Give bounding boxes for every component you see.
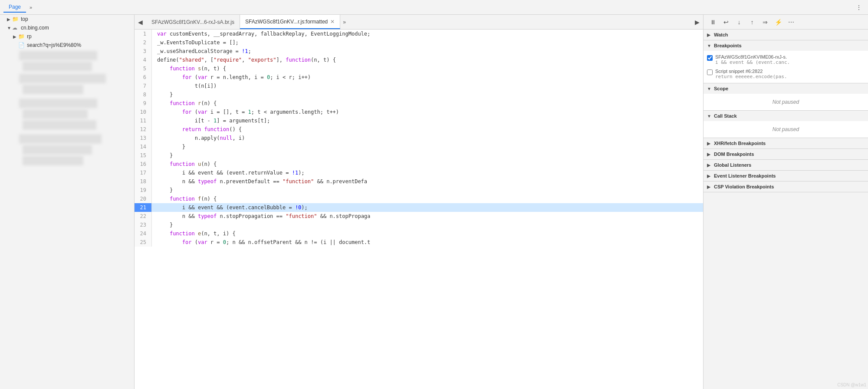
call-stack-header[interactable]: ▼ Call Stack (704, 111, 868, 121)
line-num-24[interactable]: 24 (135, 229, 152, 238)
call-stack-arrow: ▼ (707, 114, 712, 119)
csp-label: CSP Violation Breakpoints (714, 184, 774, 189)
breakpoints-content: SFAzWGSc8f1GnKVIME06-rxJ-s. i && event &… (704, 51, 868, 83)
line-num-5[interactable]: 5 (135, 64, 152, 73)
dom-label: DOM Breakpoints (714, 152, 754, 157)
tab-back-button[interactable]: ◀ (135, 19, 146, 26)
line-num-8[interactable]: 8 (135, 90, 152, 99)
watch-label: Watch (714, 32, 728, 37)
line-num-12[interactable]: 12 (135, 125, 152, 134)
tab-file2-close[interactable]: ✕ (330, 19, 335, 25)
line-num-23[interactable]: 23 (135, 221, 152, 229)
step-over-button[interactable]: ↩ (720, 16, 732, 28)
line-content-9: function r(n) { (152, 99, 703, 108)
deactivate-breakpoints-button[interactable]: ⚡ (772, 16, 784, 28)
line-num-22[interactable]: 22 (135, 212, 152, 221)
blurred-item-8 (19, 134, 102, 144)
code-container[interactable]: 1 var customEvents, __spreadArray, fallb… (135, 30, 703, 389)
top-toolbar: Page » ⋮ (0, 0, 868, 15)
tab-overflow-chevron[interactable]: » (340, 19, 349, 25)
call-stack-not-paused: Not paused (704, 123, 868, 136)
pause-button[interactable]: ⏸ (707, 16, 719, 28)
line-content-11: i[t - 1] = arguments[t]; (152, 116, 703, 125)
line-num-4[interactable]: 4 (135, 56, 152, 64)
code-line-4: 4 define("shared", ["require", "exports"… (135, 56, 703, 64)
code-line-21: 21 i && event && (event.cancelBubble = !… (135, 203, 703, 212)
line-num-11[interactable]: 11 (135, 116, 152, 125)
bp2-file: Script snippet #6:2822 (715, 69, 787, 74)
step-resume-button[interactable]: ⇒ (759, 16, 771, 28)
tab-file2[interactable]: SFAzWGSc8f1GnKV...r.js:formatted ✕ (240, 15, 340, 29)
breakpoint-item-2: Script snippet #6:2822 return eeeeee.enc… (704, 67, 868, 81)
line-num-16[interactable]: 16 (135, 160, 152, 168)
line-num-20[interactable]: 20 (135, 194, 152, 203)
line-num-17[interactable]: 17 (135, 168, 152, 177)
line-num-19[interactable]: 19 (135, 186, 152, 194)
line-content-20: function f(n) { (152, 194, 703, 203)
global-listeners-header[interactable]: ▶ Global Listeners (704, 160, 868, 170)
line-num-3[interactable]: 3 (135, 47, 152, 56)
csp-arrow: ▶ (707, 185, 712, 189)
line-num-6[interactable]: 6 (135, 73, 152, 82)
line-num-10[interactable]: 10 (135, 108, 152, 116)
tree-arrow-rp: ▶ (13, 34, 18, 39)
tab-chevron[interactable]: » (28, 4, 34, 11)
breakpoints-header[interactable]: ▼ Breakpoints (704, 40, 868, 51)
code-line-2: 2 _w.EventsToDuplicate = []; (135, 38, 703, 47)
folder-icon-rp: 📁 (18, 33, 25, 40)
bp2-checkbox[interactable] (707, 69, 713, 75)
tree-label-bing: cn.bing.com (21, 25, 49, 31)
csp-header[interactable]: ▶ CSP Violation Breakpoints (704, 181, 868, 192)
tree-label-search: search?q=js%E9%80% (27, 42, 81, 48)
scope-arrow: ▼ (707, 86, 712, 91)
scope-label: Scope (714, 86, 728, 91)
file-icon-search: 📄 (18, 42, 25, 48)
scope-header[interactable]: ▼ Scope (704, 83, 868, 94)
code-line-6: 6 for (var r = n.length, i = 0; i < r; i… (135, 73, 703, 82)
debugger-content[interactable]: ▶ Watch ▼ Breakpoints SFAzWGSc8f1GnKVIME… (704, 30, 868, 389)
event-listener-header[interactable]: ▶ Event Listener Breakpoints (704, 171, 868, 181)
line-num-25[interactable]: 25 (135, 238, 152, 247)
code-line-5: 5 function s(n, t) { (135, 64, 703, 73)
tab-page[interactable]: Page (3, 2, 26, 13)
tree-item-search[interactable]: 📄 search?q=js%E9%80% (0, 41, 134, 49)
scope-not-paused: Not paused (704, 96, 868, 109)
tab-file2-label: SFAzWGSc8f1GnKV...r.js:formatted (245, 19, 328, 25)
tab-file1-label: SFAzWGSc8f1GnKV...6-rxJ-sA.br.js (151, 19, 234, 25)
blurred-item-6 (23, 109, 88, 119)
line-num-2[interactable]: 2 (135, 38, 152, 47)
line-num-14[interactable]: 14 (135, 142, 152, 151)
line-num-7[interactable]: 7 (135, 82, 152, 90)
editor-area: ◀ SFAzWGSc8f1GnKV...6-rxJ-sA.br.js SFAzW… (135, 15, 703, 389)
line-content-21: i && event && (event.cancelBubble = !0); (152, 203, 703, 212)
code-line-12: 12 return function() { (135, 125, 703, 134)
step-into-button[interactable]: ↓ (733, 16, 745, 28)
bp1-checkbox[interactable] (707, 55, 713, 61)
code-line-20: 20 function f(n) { (135, 194, 703, 203)
line-num-15[interactable]: 15 (135, 151, 152, 160)
watch-header[interactable]: ▶ Watch (704, 30, 868, 40)
toolbar-dots[interactable]: ⋮ (853, 3, 865, 12)
dom-header[interactable]: ▶ DOM Breakpoints (704, 149, 868, 159)
line-num-9[interactable]: 9 (135, 99, 152, 108)
scope-content: Not paused (704, 94, 868, 110)
run-snippet-button[interactable]: ▶ (691, 19, 703, 26)
line-content-22: n && typeof n.stopPropagation == "functi… (152, 212, 703, 221)
tree-item-rp[interactable]: ▶ 📁 rp (0, 32, 134, 41)
line-content-19: } (152, 186, 703, 194)
bp1-file: SFAzWGSc8f1GnKVIME06-rxJ-s. (715, 54, 790, 59)
line-num-18[interactable]: 18 (135, 177, 152, 186)
xhr-header[interactable]: ▶ XHR/fetch Breakpoints (704, 138, 868, 148)
breakpoints-section: ▼ Breakpoints SFAzWGSc8f1GnKVIME06-rxJ-s… (704, 40, 868, 83)
tab-file1[interactable]: SFAzWGSc8f1GnKV...6-rxJ-sA.br.js (146, 15, 240, 29)
line-num-1[interactable]: 1 (135, 30, 152, 38)
breakpoints-arrow: ▼ (707, 43, 712, 48)
line-num-13[interactable]: 13 (135, 134, 152, 142)
line-num-21[interactable]: 21 (135, 203, 152, 212)
code-line-22: 22 n && typeof n.stopPropagation == "fun… (135, 212, 703, 221)
tree-item-top[interactable]: ▶ 📁 top (0, 15, 134, 23)
more-button[interactable]: ⋯ (785, 16, 797, 28)
blurred-item-5 (19, 99, 97, 108)
tree-item-bing[interactable]: ▼ ☁ cn.bing.com (0, 23, 134, 32)
step-out-button[interactable]: ↑ (746, 16, 758, 28)
